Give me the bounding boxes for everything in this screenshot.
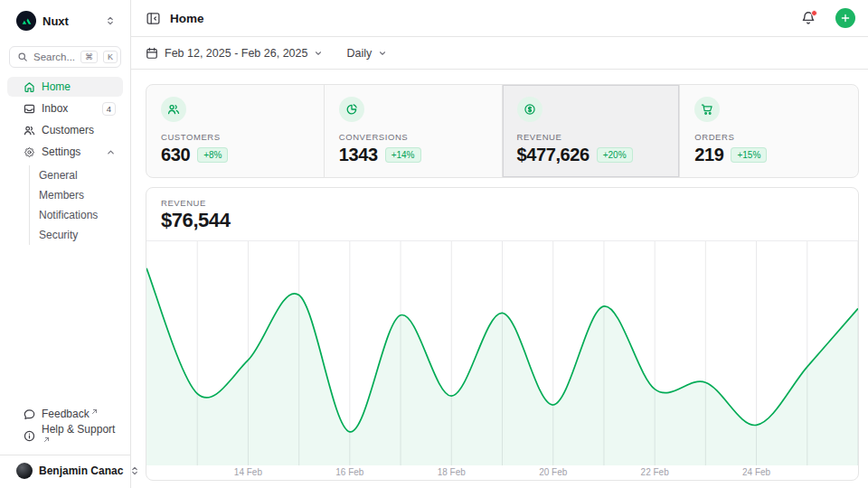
kbd-meta: ⌘ — [80, 51, 98, 64]
notification-dot — [811, 10, 817, 16]
sidebar: Nuxt Search... ⌘ K Home — [0, 0, 131, 488]
sidebar-item-label: Customers — [42, 124, 116, 136]
date-range-label: Feb 12, 2025 - Feb 26, 2025 — [165, 47, 307, 60]
user-menu[interactable]: Benjamin Canac — [0, 455, 130, 481]
stats-row: CUSTOMERS 630 +8% CONVERSIONS 1343 +14% — [146, 84, 859, 178]
stat-card-conversions[interactable]: CONVERSIONS 1343 +14% — [325, 85, 503, 177]
users-icon — [161, 97, 186, 122]
stat-value: 1343 — [339, 145, 378, 165]
stat-card-customers[interactable]: CUSTOMERS 630 +8% — [146, 85, 325, 177]
help-support-link[interactable]: Help & Support — [7, 426, 123, 446]
kbd-k: K — [103, 51, 118, 64]
stat-value: 219 — [694, 145, 723, 165]
stat-label: REVENUE — [517, 132, 665, 142]
stat-card-orders[interactable]: ORDERS 219 +15% — [680, 85, 858, 177]
workspace-switcher[interactable]: Nuxt — [7, 9, 123, 33]
date-range-picker[interactable]: Feb 12, 2025 - Feb 26, 2025 — [146, 47, 323, 60]
main-area: Home Feb 12, 2025 - Feb 26, 2025 Daily — [131, 0, 868, 488]
revenue-chart-svg — [146, 241, 858, 465]
x-tick-label: 16 Feb — [335, 467, 363, 477]
sidebar-item-label: Home — [42, 80, 116, 93]
page-content: CUSTOMERS 630 +8% CONVERSIONS 1343 +14% — [131, 70, 868, 488]
revenue-chart-plot[interactable] — [146, 241, 858, 465]
chevron-down-icon — [378, 49, 387, 58]
footer-link-label: Feedback — [42, 408, 116, 420]
search-input[interactable]: Search... ⌘ K — [9, 46, 121, 68]
page-title: Home — [170, 12, 792, 25]
pie-chart-icon — [339, 97, 364, 122]
footer-link-label: Help & Support — [42, 423, 116, 448]
chevron-down-icon — [314, 49, 323, 58]
filters-toolbar: Feb 12, 2025 - Feb 26, 2025 Daily — [131, 37, 868, 70]
x-tick-label: 24 Feb — [742, 467, 770, 477]
top-bar: Home — [131, 0, 868, 37]
revenue-chart-card: REVENUE $76,544 14 Feb16 Feb18 Feb20 Feb… — [146, 187, 859, 481]
info-circle-icon — [24, 430, 35, 442]
shopping-cart-icon — [694, 97, 720, 122]
app: Nuxt Search... ⌘ K Home — [0, 0, 868, 488]
stat-label: ORDERS — [694, 132, 844, 142]
chat-bubble-icon — [24, 408, 35, 420]
chevron-up-down-icon — [105, 15, 116, 26]
sidebar-item-label: Inbox — [42, 102, 96, 115]
add-button[interactable] — [835, 8, 855, 28]
sidebar-item-notifications[interactable]: Notifications — [39, 205, 123, 225]
sidebar-footer: Feedback Help & Support Benjamin Canac — [7, 404, 123, 481]
settings-submenu: General Members Notifications Security — [29, 165, 123, 245]
user-avatar — [16, 463, 33, 479]
feedback-link[interactable]: Feedback — [7, 404, 123, 424]
notifications-button[interactable] — [801, 11, 816, 25]
sidebar-item-security[interactable]: Security — [39, 225, 123, 245]
sub-item-label: Members — [39, 189, 84, 202]
chart-header: REVENUE $76,544 — [146, 188, 858, 241]
chart-current-value: $76,544 — [161, 209, 844, 232]
x-tick-label: 20 Feb — [539, 467, 567, 477]
chart-title: REVENUE — [161, 198, 844, 208]
sub-item-label: Security — [39, 229, 78, 241]
collapse-sidebar-button[interactable] — [146, 11, 161, 26]
period-select[interactable]: Daily — [346, 47, 387, 60]
user-name: Benjamin Canac — [39, 465, 123, 477]
stat-delta-badge: +14% — [385, 147, 421, 163]
home-icon — [24, 81, 35, 93]
sidebar-item-general[interactable]: General — [39, 165, 123, 185]
stat-label: CUSTOMERS — [161, 132, 309, 142]
sidebar-nav: Home Inbox 4 Customers Settings — [7, 77, 123, 245]
chevron-up-icon — [106, 147, 116, 157]
sidebar-item-inbox[interactable]: Inbox 4 — [7, 99, 123, 118]
sub-item-label: Notifications — [39, 209, 98, 221]
sidebar-item-customers[interactable]: Customers — [7, 120, 123, 140]
stat-value: 630 — [161, 145, 190, 165]
stat-delta-badge: +8% — [197, 147, 228, 163]
stat-delta-badge: +15% — [731, 147, 767, 163]
sidebar-item-members[interactable]: Members — [39, 185, 123, 205]
external-link-icon — [43, 433, 50, 446]
users-icon — [24, 125, 35, 136]
sidebar-item-label: Settings — [42, 145, 99, 158]
inbox-icon — [24, 103, 35, 115]
sub-item-label: General — [39, 169, 78, 182]
search-placeholder: Search... — [33, 52, 75, 62]
dollar-circle-icon — [517, 97, 542, 122]
sidebar-item-settings[interactable]: Settings — [7, 142, 123, 162]
x-tick-label: 22 Feb — [641, 467, 669, 477]
stat-card-revenue[interactable]: REVENUE $477,626 +20% — [503, 85, 681, 177]
nuxt-logo-icon — [16, 11, 36, 31]
external-link-icon — [91, 405, 98, 418]
x-axis-ticks: 14 Feb16 Feb18 Feb20 Feb22 Feb24 Feb — [146, 465, 858, 480]
x-tick-label: 18 Feb — [438, 467, 466, 477]
stat-delta-badge: +20% — [597, 147, 633, 163]
period-label: Daily — [346, 47, 372, 60]
calendar-icon — [146, 47, 158, 60]
workspace-name: Nuxt — [42, 14, 99, 28]
stat-label: CONVERSIONS — [339, 132, 487, 142]
x-tick-label: 14 Feb — [234, 467, 262, 477]
search-icon — [17, 52, 28, 62]
sidebar-item-home[interactable]: Home — [7, 77, 123, 97]
gear-icon — [24, 146, 35, 158]
inbox-count-badge: 4 — [102, 102, 116, 116]
stat-value: $477,626 — [517, 145, 590, 165]
